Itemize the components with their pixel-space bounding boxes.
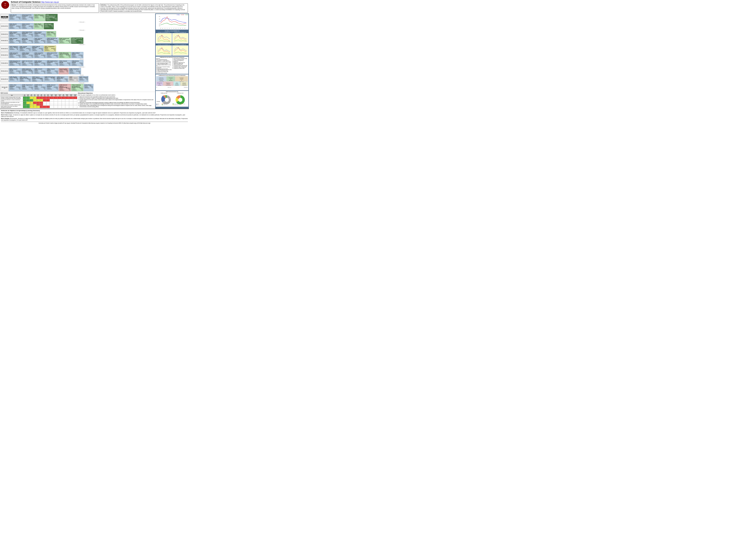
- website-link[interactable]: http://www.spc.org.pe: [41, 1, 59, 3]
- sem4-label: 4th Sem (22 cr): [1, 38, 9, 44]
- level1-label: Nivel 1 Familiarizarse: [1, 112, 13, 114]
- svg-text:MC: MC: [176, 28, 176, 29]
- school-name: School of Computer Science: [11, 1, 40, 3]
- svg-rect-76: [156, 103, 157, 104]
- pie-row: Créditos por área CS (154): [156, 93, 188, 106]
- cs10adv-card: CS10P. Advanced Topics in Entrepreneursh…: [59, 84, 71, 91]
- legend-min: CS Min: [185, 14, 188, 15]
- skill-2: Communicate effectively in a variety of …: [1, 99, 23, 102]
- footer-level3: Nivel 3 Evaluar (Assessment) : El alumno…: [1, 118, 188, 121]
- cr111-card: CR111. Computational Physics Theory:2Man…: [44, 46, 56, 52]
- sem-col-7: 7th Sem: [43, 94, 46, 96]
- sem10-label: 10th Sem (50 cr): [1, 84, 9, 91]
- header: UNI SPC CS School of Computer Science ht…: [0, 0, 189, 13]
- svg-text:CB (2): CB (2): [163, 104, 165, 104]
- cs270-box: Codificación de curso del área de Cienci…: [156, 57, 188, 74]
- cs211-card: CS211. Theory of Computation Theory:2Man…: [34, 38, 46, 44]
- chart-se-box: [156, 45, 172, 56]
- sem1-courses: CS111. Discrete Structures I Theory:2Man…: [9, 14, 155, 21]
- svg-text:IS: IS: [171, 28, 172, 29]
- edu-obj-4: Effectively communicate technological pr…: [80, 102, 155, 103]
- definition-box: Definition: The professional profile of …: [100, 4, 188, 13]
- electives-label-1: Electives: [9, 59, 155, 60]
- svg-text:BK: BK: [184, 28, 185, 29]
- edu-obj-3: Provide solutions to the work context, w…: [80, 99, 155, 102]
- sem4-text: 4th Sem (22 cr): [1, 40, 8, 41]
- sem3-label: 3rd Sem (12 cr): [1, 31, 9, 37]
- chart-ce-box: [156, 33, 172, 43]
- footer: Definición de Objetivos de Aprendizaje (…: [0, 109, 189, 124]
- cs112-card: CS112. Programming Foundations Theory:2M…: [21, 14, 34, 21]
- footer-title: Definición de Objetivos de Aprendizaje (…: [1, 110, 188, 112]
- skill-1: Evaluate a complex computing problem and…: [1, 96, 23, 99]
- sem1-row: CS-UNI 1st Sem (19 cr) CS111. Discrete S…: [1, 14, 155, 21]
- sem10-text: 10th Sem (50 cr): [1, 87, 8, 89]
- chart-it: CS (UNI) vs IT (ACM/IEEE-CS): [172, 44, 188, 56]
- cs9p1-card: CS9P1. Computer Project I Theory:2Mandat…: [34, 68, 46, 74]
- skill-1-s11: 3: [58, 96, 62, 99]
- cs271-card: CS271. Data Management Theory:2Mandatory…: [21, 38, 34, 44]
- svg-rect-32: [173, 34, 188, 43]
- cs200-card: CS200. Algorithms and Data Structures Th…: [46, 38, 58, 44]
- cs92t-card: CS92T. Topics in Computer Graphics Theor…: [19, 76, 31, 82]
- cs270-identifier: Identificador numérico en el área: [156, 73, 188, 73]
- sem6-text: 6th Sem (24 cr): [1, 55, 8, 56]
- sem8-text: 8th Sem (19 cr): [1, 70, 8, 71]
- sem-col-6: 6th Sem: [40, 94, 43, 96]
- svg-rect-80: [162, 103, 163, 104]
- ma305-card: MA305. Statistics and Data Science Theor…: [59, 38, 71, 44]
- svg-text:Más Teórico: Más Teórico: [168, 87, 172, 88]
- chart-ce-title: CS (UNI) vs CE (ACM/IEEE-CS): [156, 32, 172, 33]
- cs381-card: CS381. Intelligent Systems Theory:2Manda…: [71, 52, 83, 58]
- skill-1-s10: 3: [54, 96, 58, 99]
- university-crest-icon: UNI SPC CS: [1, 1, 10, 9]
- sem-col-12: 8th Sum: [62, 94, 65, 96]
- cs204-card: CS204. Platform Based Development Theory…: [21, 31, 34, 37]
- main-line-chart: CS Max CS-UNI CS Min 50 40 30 20 10: [156, 14, 188, 30]
- cs9g1-card: CS9G1. Computer graphics Theory:2Electiv…: [46, 68, 58, 74]
- svg-rect-91: [173, 103, 174, 104]
- svg-text:30: 30: [159, 21, 160, 22]
- chart-is-title: CS (UNI) vs IS (ACM/IEEE-CS): [172, 32, 188, 33]
- credits-level-chart: Créditos por nivel 63.0: [173, 93, 188, 106]
- svg-text:SDF: SDF: [180, 28, 181, 29]
- svg-text:Más Aplicado: Más Aplicado: [184, 87, 188, 88]
- svg-text:14.6: 14.6: [177, 97, 178, 97]
- sem-col-8: 8th Sem: [46, 94, 50, 96]
- skill-1-s2: 1: [26, 96, 30, 99]
- small-charts-row-1: CS (UNI) vs CE (ACM/IEEE-CS) CS (U: [156, 32, 188, 44]
- skill-5: Apply computer science theory and softwa…: [1, 106, 23, 108]
- cs121-card: CS121. Discrete Structures II Theory:2Ma…: [9, 23, 21, 29]
- csn2-card: CSN2. Computer Engineering I Theory:2Man…: [19, 46, 31, 52]
- level1-text: : El estudiante entiende lo que un conce…: [20, 112, 156, 114]
- main-chart-svg: 50 40 30 20 10: [156, 15, 188, 29]
- svg-text:FG (1): FG (1): [158, 105, 159, 105]
- full-curriculum: CS-UNI 1st Sem (19 cr) CS111. Discrete S…: [1, 14, 155, 91]
- cs270-legend-right: 0 = Desarrollo Basado en Plataforma (PBD…: [173, 58, 188, 72]
- edu-obj-2: Perform as a member or leader of a speci…: [80, 97, 155, 99]
- sem10-row: 10th Sem (50 cr) CS10C1. Cloud Computing…: [1, 84, 155, 91]
- skill-1-s3: 2: [30, 96, 33, 99]
- sem4-row: 4th Sem (22 cr) CS261. Operating Systems…: [1, 38, 155, 44]
- skill-tbl: Skill 1st Sem 2nd Sem 3rd Sem 4th Sem 5t…: [1, 94, 77, 108]
- skill-table-container: Skill Courses Skill 1st Sem 2nd Sem 3rd …: [1, 93, 77, 108]
- skill-1-s15: 3: [73, 96, 77, 99]
- critical-path-3: — Critical path —: [9, 44, 155, 45]
- skill-1-s13: 3: [65, 96, 69, 99]
- svg-rect-82: [162, 104, 163, 105]
- skill-row-4: Function effectively as a member or lead…: [1, 104, 77, 106]
- dist-chart: Codificación de curso del área de Cienci…: [156, 74, 188, 91]
- sem7-label: 7th Sem (20 cr): [1, 60, 9, 66]
- level2-paren: (Usage): [8, 114, 12, 116]
- svg-text:Teoría: Teoría: [176, 82, 178, 83]
- svg-text:Practices Final (95): Practices Final (95): [174, 104, 179, 104]
- sem5-courses: CS372. Database II Theory:2Mandatory Pra…: [9, 46, 155, 52]
- svg-rect-93: [173, 104, 174, 105]
- credits-level-svg: 63.0 22.4 14.6 Practices Final (95) Intr…: [173, 93, 188, 106]
- cs10c1-card: CS10C1. Cloud Computing Theory:2Mandator…: [9, 84, 21, 91]
- svg-text:CS: CS: [156, 87, 157, 88]
- cs4p1-card: CS4P1. Parallel and Distributed Computin…: [21, 68, 34, 74]
- edu-objectives-intro: After five years of graduation of our sc…: [78, 94, 155, 96]
- dist-title: Codificación de curso del área de Cienci…: [156, 75, 188, 76]
- chart-it-svg: [173, 46, 188, 55]
